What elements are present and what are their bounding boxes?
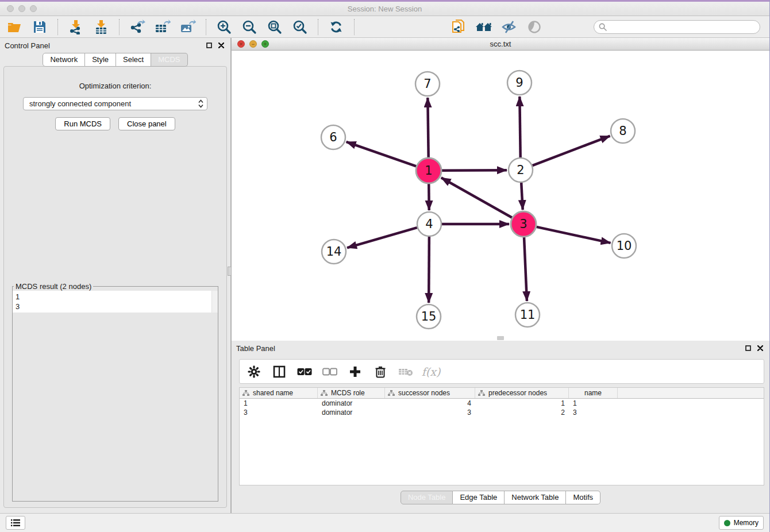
show-eye-button[interactable] bbox=[526, 18, 543, 36]
column-header-predecessor-nodes[interactable]: predecessor nodes bbox=[475, 388, 569, 398]
graph-node-10[interactable]: 10 bbox=[612, 234, 636, 258]
control-panel-title: Control Panel bbox=[5, 41, 202, 50]
graph-node-1[interactable]: 1 bbox=[416, 158, 441, 183]
run-mcds-button[interactable]: Run MCDS bbox=[55, 117, 110, 130]
graph-node-6[interactable]: 6 bbox=[321, 125, 345, 149]
graph-edge-4-15[interactable] bbox=[429, 237, 429, 303]
search-box[interactable] bbox=[594, 20, 760, 34]
mcds-result-list[interactable]: 13 bbox=[13, 291, 218, 313]
zoom-out-icon bbox=[242, 20, 257, 34]
column-sort-icon bbox=[242, 390, 249, 396]
graph-node-9[interactable]: 9 bbox=[507, 71, 532, 95]
network-window-titlebar[interactable]: scc.txt ✕ − + bbox=[232, 38, 769, 51]
tab-network[interactable]: Network bbox=[43, 53, 85, 67]
status-bar: Memory bbox=[0, 513, 769, 532]
network-graph[interactable]: 7968124314101511 bbox=[232, 51, 767, 341]
graph-edge-2-9[interactable] bbox=[519, 97, 520, 157]
add-column-button[interactable] bbox=[348, 364, 363, 379]
graph-node-3[interactable]: 3 bbox=[511, 211, 536, 237]
optimization-criterion-select[interactable]: strongly connected component bbox=[23, 97, 207, 110]
graph-edge-1-6[interactable] bbox=[346, 142, 417, 166]
graph-node-label: 3 bbox=[519, 217, 527, 231]
open-file-button[interactable] bbox=[6, 18, 23, 36]
graph-edge-1-7[interactable] bbox=[428, 98, 428, 157]
import-network-button[interactable] bbox=[67, 18, 84, 36]
save-session-button[interactable] bbox=[31, 18, 48, 36]
task-history-button[interactable] bbox=[6, 516, 25, 530]
zoom-out-button[interactable] bbox=[241, 18, 258, 36]
minimize-network-icon[interactable]: − bbox=[249, 40, 257, 48]
close-table-panel-icon[interactable] bbox=[756, 344, 765, 353]
graph-edge-4-14[interactable] bbox=[347, 228, 417, 248]
delete-table-button[interactable] bbox=[398, 364, 413, 379]
tab-node-table[interactable]: Node Table bbox=[401, 491, 453, 504]
table-settings-button[interactable] bbox=[247, 364, 261, 379]
tab-edge-table[interactable]: Edge Table bbox=[453, 491, 505, 504]
graph-node-15[interactable]: 15 bbox=[417, 304, 441, 329]
table-row[interactable]: 1dominator411 bbox=[240, 399, 764, 408]
close-panel-button[interactable]: Close panel bbox=[118, 117, 175, 130]
deselect-all-button[interactable] bbox=[322, 364, 337, 379]
column-header-label: predecessor nodes bbox=[488, 389, 547, 397]
show-columns-icon bbox=[273, 365, 286, 378]
graph-edge-1-2[interactable] bbox=[442, 170, 507, 171]
column-header-shared-name[interactable]: shared name bbox=[240, 388, 318, 398]
graph-edge-3-11[interactable] bbox=[524, 237, 527, 301]
tab-style[interactable]: Style bbox=[85, 53, 116, 67]
home-button[interactable] bbox=[475, 18, 492, 36]
mcds-buttons-row: Run MCDS Close panel bbox=[11, 117, 220, 130]
export-table-button[interactable] bbox=[154, 18, 171, 36]
graph-edge-3-1[interactable] bbox=[441, 178, 512, 217]
panel-splitter-handle[interactable] bbox=[228, 267, 232, 276]
network-canvas[interactable]: 7968124314101511 bbox=[232, 51, 769, 341]
column-header-name[interactable]: name bbox=[569, 388, 618, 398]
import-table-button[interactable] bbox=[93, 18, 110, 36]
table-cell: 3 bbox=[569, 408, 618, 417]
tab-mcds[interactable]: MCDS bbox=[151, 53, 187, 67]
zoom-fit-button[interactable] bbox=[266, 18, 283, 36]
graph-node-2[interactable]: 2 bbox=[509, 158, 533, 182]
graph-node-label: 9 bbox=[515, 76, 523, 90]
graph-node-8[interactable]: 8 bbox=[611, 119, 635, 143]
function-builder-button[interactable]: f(x) bbox=[424, 364, 438, 379]
graph-edge-2-8[interactable] bbox=[533, 136, 610, 166]
title-bar: Session: New Session bbox=[0, 0, 769, 16]
hide-network-icon bbox=[501, 20, 517, 34]
tab-select[interactable]: Select bbox=[116, 53, 151, 67]
graph-node-4[interactable]: 4 bbox=[417, 212, 441, 236]
canvas-scrollbar-thumb[interactable] bbox=[497, 336, 504, 340]
graph-node-14[interactable]: 14 bbox=[322, 240, 346, 264]
zoom-selected-button[interactable] bbox=[291, 18, 309, 36]
export-image-button[interactable] bbox=[179, 18, 197, 36]
delete-column-button[interactable] bbox=[373, 364, 388, 379]
zoom-in-button[interactable] bbox=[215, 18, 233, 36]
refresh-button[interactable] bbox=[328, 18, 345, 36]
column-header-mcds-role[interactable]: MCDS role bbox=[318, 388, 385, 398]
hide-network-button[interactable] bbox=[500, 18, 518, 36]
float-panel-icon[interactable] bbox=[205, 41, 214, 50]
show-columns-button[interactable] bbox=[272, 364, 287, 379]
graph-node-11[interactable]: 11 bbox=[515, 303, 540, 327]
node-table[interactable]: shared nameMCDS rolesuccessor nodesprede… bbox=[239, 387, 764, 485]
memory-button[interactable]: Memory bbox=[719, 516, 764, 530]
open-file-icon bbox=[7, 20, 22, 34]
graph-node-7[interactable]: 7 bbox=[415, 72, 440, 96]
graph-edge-3-10[interactable] bbox=[536, 227, 610, 243]
close-network-icon[interactable]: ✕ bbox=[237, 40, 245, 48]
select-all-button[interactable] bbox=[297, 364, 312, 379]
table-row[interactable]: 3dominator323 bbox=[240, 408, 764, 417]
maximize-network-icon[interactable]: + bbox=[261, 40, 269, 48]
table-cell: 1 bbox=[475, 399, 569, 407]
export-network-button[interactable] bbox=[129, 18, 146, 36]
search-input[interactable] bbox=[610, 23, 755, 31]
result-scrollbar[interactable] bbox=[211, 291, 218, 313]
close-panel-icon[interactable] bbox=[217, 41, 226, 50]
clone-network-button[interactable] bbox=[450, 18, 467, 36]
column-header-successor-nodes[interactable]: successor nodes bbox=[385, 388, 475, 398]
tab-motifs[interactable]: Motifs bbox=[566, 491, 600, 504]
graph-edge-2-3[interactable] bbox=[521, 183, 523, 210]
tab-network-table[interactable]: Network Table bbox=[505, 491, 566, 504]
import-table-icon bbox=[94, 20, 109, 34]
graph-node-label: 6 bbox=[329, 130, 337, 144]
float-table-panel-icon[interactable] bbox=[744, 344, 753, 353]
